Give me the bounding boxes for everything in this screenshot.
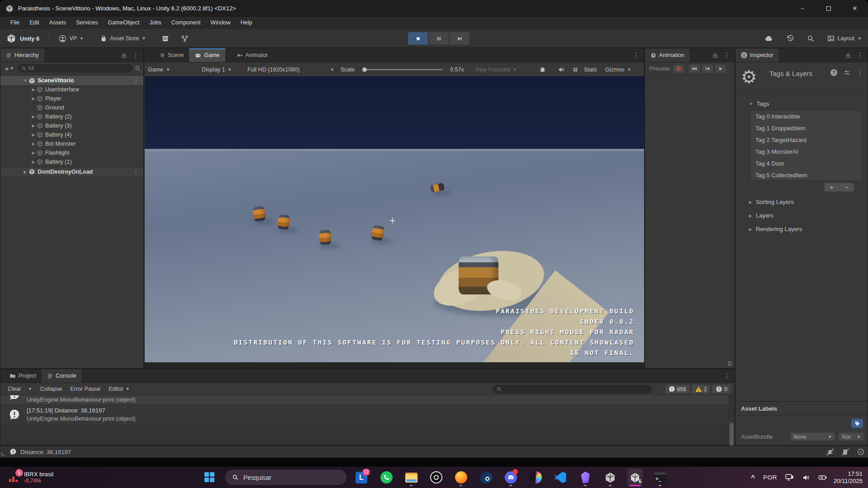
tag-row[interactable]: Tag 2 TargetHazard [750,134,862,146]
taskbar-icon-linkedin[interactable]: L 12 [354,469,369,487]
hierarchy-item[interactable]: ▶ Battery (4) [0,130,143,139]
tag-row[interactable]: Tag 4 Door [750,158,862,170]
layers-foldout[interactable]: ▶ Layers [749,212,773,219]
taskbar-icon-firefox[interactable] [453,469,469,487]
display-dropdown[interactable]: Display 1 ▼ [202,62,232,76]
hierarchy-search-field[interactable] [18,64,133,72]
sorting-layers-foldout[interactable]: ▶ Sorting Layers [749,199,794,205]
hierarchy-item[interactable]: ▶ Flashlight [0,148,143,157]
taskbar-icon-unity-hub[interactable] [602,469,618,487]
taskbar-icon-terminal[interactable]: >_ [652,469,668,487]
asset-label-tag-button[interactable] [851,419,863,428]
kebab-icon[interactable]: ⋮ [133,168,143,175]
anim-play-button[interactable] [715,64,726,73]
menu-help[interactable]: Help [236,17,257,29]
package-manager-button[interactable] [159,33,172,44]
game-vi ewport[interactable]: + PARAISTHES DEVELOPMENT BUILD INDEV 0.0… [145,76,644,362]
menu-jobs[interactable]: Jobs [144,17,166,29]
play-focused-dropdown[interactable]: Play Focused ▼ [476,62,517,76]
window-titlebar[interactable]: Paraisthesis - SceneVittorio - Windows, … [0,0,868,17]
lock-icon[interactable] [121,52,127,58]
kebab-icon[interactable]: ⋮ [633,52,640,59]
account-dropdown[interactable]: VP ▼ [56,33,86,44]
layout-dropdown[interactable]: Layout ▼ [827,35,862,42]
taskbar-icon-discord[interactable] [503,469,518,487]
cache-server-disconnected-icon[interactable] [837,446,853,458]
start-button[interactable] [204,472,214,482]
hierarchy-search-input[interactable] [28,65,129,71]
hierarchy-item[interactable]: ▶ Player [0,94,143,103]
cloud-icon[interactable] [764,34,773,43]
rendering-layers-foldout[interactable]: ▶ Rendering Layers [749,226,802,232]
minimize-button[interactable]: – [789,0,816,17]
hierarchy-item[interactable]: Ground [0,103,143,112]
error-pause-button[interactable]: Error Pause [66,386,104,392]
kebab-icon[interactable]: ⋮ [133,77,143,84]
taskbar-icon-vscode[interactable] [553,469,568,487]
tab-project[interactable]: Project [4,369,42,383]
foldout-closed-icon[interactable]: ▶ [30,151,37,155]
hierarchy-item[interactable]: ▶ Bot Monster [0,139,143,148]
hierarchy-item-scene[interactable]: ▼ SceneVittorio ⋮ [0,76,143,85]
tab-inspector[interactable]: i Inspector [735,48,778,62]
hierarchy-item[interactable]: ▶ Battery (1) [0,157,143,166]
record-button[interactable] [673,64,684,73]
kebab-icon[interactable]: ⋮ [857,52,863,59]
slider-track[interactable] [362,69,443,70]
taskbar-icon-obsidian[interactable] [578,469,593,487]
foldout-closed-icon[interactable]: ▶ [30,96,37,101]
foldout-closed-icon[interactable]: ▶ [30,123,37,128]
tab-animation[interactable]: Animation [645,48,690,62]
tab-game[interactable]: Game [189,48,225,62]
foldout-closed-icon[interactable]: ▶ [30,114,37,119]
foldout-closed-icon[interactable]: ▶ [30,133,37,137]
tab-hierarchy[interactable]: Hierarchy [0,48,44,62]
version-control-button[interactable] [178,33,191,44]
assetbundle-dropdown[interactable]: None ▼ [790,432,835,441]
menu-file[interactable]: File [5,17,24,29]
resize-grip[interactable] [1,452,5,455]
console-scrollbar[interactable] [728,422,734,445]
scale-slider[interactable] [362,62,443,76]
news-widget[interactable]: 5 IBRX brasil -0,74% [5,467,57,488]
console-log-entry[interactable]: [17:51:19] Distance: 38,16197 UnityEngin… [0,405,728,425]
menu-services[interactable]: Services [71,17,103,29]
menu-window[interactable]: Window [205,17,235,29]
close-button[interactable]: ✕ [842,0,868,17]
kebab-icon[interactable]: ⋮ [724,372,730,379]
tag-row[interactable]: Tag 1 DroppedItem [750,123,862,134]
preview-toggle[interactable]: Preview [648,66,671,72]
tag-row[interactable]: Tag 5 CollectedItem [750,170,862,181]
previous-key-button[interactable] [702,64,713,73]
background-tasks-icon[interactable] [853,446,868,458]
first-frame-button[interactable] [688,64,700,73]
stats-button[interactable]: Stats [584,62,597,76]
console-search-field[interactable] [493,385,652,393]
menu-edit[interactable]: Edit [24,17,44,29]
assetbundle-variant-dropdown[interactable]: Nor ▼ [839,432,864,441]
language-indicator[interactable]: POR [759,474,781,481]
foldout-closed-icon[interactable]: ▶ [30,142,37,146]
lock-icon[interactable] [845,52,851,58]
taskbar-icon-file-explorer[interactable] [403,469,419,487]
undo-history-icon[interactable] [786,34,794,43]
hierarchy-item[interactable]: ▶ Battery (2) [0,112,143,121]
tag-row[interactable]: Tag 0 Interactible [750,111,862,123]
foldout-closed-icon[interactable]: ▶ [22,170,28,174]
tags-foldout[interactable]: ▼ Tags [749,100,769,107]
hierarchy-item[interactable]: ▶ Battery (3) [0,121,143,130]
add-tag-button[interactable]: + [825,183,840,191]
kebab-icon[interactable]: ⋮ [857,69,863,76]
error-count-toggle[interactable]: 0 [712,384,731,394]
clear-button[interactable]: Clear ▼ [4,386,36,392]
mute-audio-button[interactable] [558,62,565,76]
maximize-button[interactable] [816,0,842,17]
warning-count-toggle[interactable]: 2 [692,384,711,394]
taskbar-icon-color-sphere[interactable] [528,469,543,487]
presets-icon[interactable] [844,69,850,76]
taskbar-icon-steam[interactable] [478,469,493,487]
resolution-dropdown[interactable]: Full HD (1920x1080) ▼ [247,62,334,76]
game-mode-dropdown[interactable]: Game ▼ [148,62,170,76]
taskbar-search-input[interactable] [243,474,340,481]
asset-store-dropdown[interactable]: Asset Store ▼ [97,33,149,44]
